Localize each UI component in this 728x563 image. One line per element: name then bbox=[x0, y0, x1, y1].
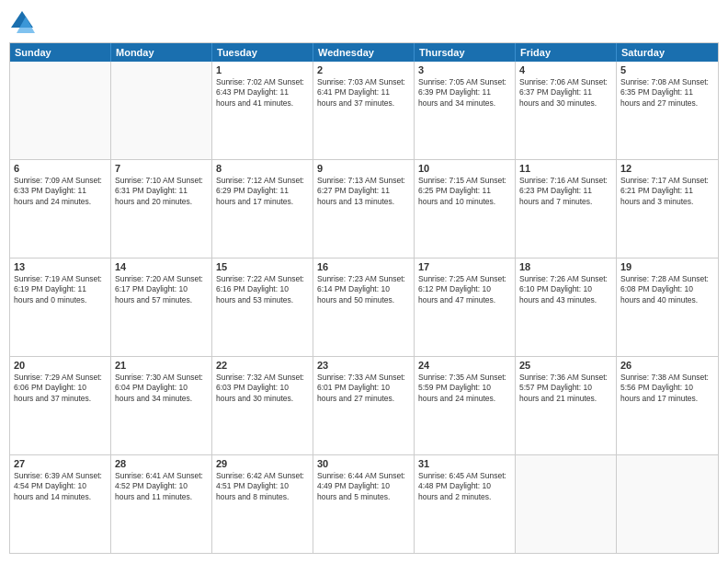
cell-info: Sunrise: 7:12 AM Sunset: 6:29 PM Dayligh… bbox=[216, 176, 309, 207]
header bbox=[9, 9, 719, 35]
calendar-row-5: 27Sunrise: 6:39 AM Sunset: 4:54 PM Dayli… bbox=[10, 455, 718, 553]
calendar-cell: 16Sunrise: 7:23 AM Sunset: 6:14 PM Dayli… bbox=[313, 259, 415, 356]
cell-info: Sunrise: 7:20 AM Sunset: 6:17 PM Dayligh… bbox=[115, 274, 208, 305]
calendar-cell bbox=[516, 455, 617, 553]
cell-info: Sunrise: 6:39 AM Sunset: 4:54 PM Dayligh… bbox=[14, 471, 107, 502]
cell-info: Sunrise: 7:23 AM Sunset: 6:14 PM Dayligh… bbox=[317, 274, 410, 305]
day-number: 13 bbox=[14, 261, 107, 272]
calendar-cell: 19Sunrise: 7:28 AM Sunset: 6:08 PM Dayli… bbox=[617, 259, 718, 356]
calendar-cell: 31Sunrise: 6:45 AM Sunset: 4:48 PM Dayli… bbox=[415, 455, 516, 553]
day-number: 24 bbox=[418, 360, 511, 371]
day-number: 12 bbox=[620, 163, 714, 174]
day-number: 23 bbox=[317, 360, 410, 371]
cell-info: Sunrise: 7:26 AM Sunset: 6:10 PM Dayligh… bbox=[519, 274, 612, 305]
day-number: 15 bbox=[216, 261, 309, 272]
calendar-row-3: 13Sunrise: 7:19 AM Sunset: 6:19 PM Dayli… bbox=[10, 259, 718, 357]
weekday-header-saturday: Saturday bbox=[617, 43, 718, 62]
calendar-cell: 6Sunrise: 7:09 AM Sunset: 6:33 PM Daylig… bbox=[10, 160, 111, 258]
day-number: 27 bbox=[14, 458, 107, 469]
cell-info: Sunrise: 7:32 AM Sunset: 6:03 PM Dayligh… bbox=[216, 373, 309, 404]
calendar-cell: 10Sunrise: 7:15 AM Sunset: 6:25 PM Dayli… bbox=[415, 160, 516, 258]
cell-info: Sunrise: 6:42 AM Sunset: 4:51 PM Dayligh… bbox=[216, 471, 309, 502]
cell-info: Sunrise: 7:17 AM Sunset: 6:21 PM Dayligh… bbox=[620, 176, 714, 207]
calendar-cell: 11Sunrise: 7:16 AM Sunset: 6:23 PM Dayli… bbox=[516, 160, 617, 258]
day-number: 2 bbox=[317, 64, 410, 75]
calendar-cell: 15Sunrise: 7:22 AM Sunset: 6:16 PM Dayli… bbox=[212, 259, 313, 356]
calendar: SundayMondayTuesdayWednesdayThursdayFrid… bbox=[9, 42, 719, 554]
calendar-cell: 14Sunrise: 7:20 AM Sunset: 6:17 PM Dayli… bbox=[111, 259, 212, 356]
day-number: 25 bbox=[519, 360, 612, 371]
calendar-cell: 22Sunrise: 7:32 AM Sunset: 6:03 PM Dayli… bbox=[212, 357, 313, 454]
calendar-cell: 28Sunrise: 6:41 AM Sunset: 4:52 PM Dayli… bbox=[111, 455, 212, 553]
cell-info: Sunrise: 7:08 AM Sunset: 6:35 PM Dayligh… bbox=[620, 77, 714, 109]
calendar-cell bbox=[617, 455, 718, 553]
cell-info: Sunrise: 7:22 AM Sunset: 6:16 PM Dayligh… bbox=[216, 274, 309, 305]
weekday-header-monday: Monday bbox=[111, 43, 212, 62]
calendar-cell: 25Sunrise: 7:36 AM Sunset: 5:57 PM Dayli… bbox=[516, 357, 617, 454]
day-number: 28 bbox=[115, 458, 208, 469]
calendar-row-2: 6Sunrise: 7:09 AM Sunset: 6:33 PM Daylig… bbox=[10, 160, 718, 259]
cell-info: Sunrise: 7:15 AM Sunset: 6:25 PM Dayligh… bbox=[418, 176, 511, 207]
cell-info: Sunrise: 6:41 AM Sunset: 4:52 PM Dayligh… bbox=[115, 471, 208, 502]
cell-info: Sunrise: 6:45 AM Sunset: 4:48 PM Dayligh… bbox=[418, 471, 511, 502]
day-number: 22 bbox=[216, 360, 309, 371]
day-number: 16 bbox=[317, 261, 410, 272]
calendar-cell bbox=[10, 62, 111, 159]
cell-info: Sunrise: 7:03 AM Sunset: 6:41 PM Dayligh… bbox=[317, 77, 410, 109]
day-number: 4 bbox=[519, 64, 612, 75]
calendar-cell: 9Sunrise: 7:13 AM Sunset: 6:27 PM Daylig… bbox=[313, 160, 415, 258]
calendar-cell: 30Sunrise: 6:44 AM Sunset: 4:49 PM Dayli… bbox=[313, 455, 415, 553]
day-number: 1 bbox=[216, 64, 309, 75]
calendar-cell: 29Sunrise: 6:42 AM Sunset: 4:51 PM Dayli… bbox=[212, 455, 313, 553]
day-number: 19 bbox=[620, 261, 714, 272]
day-number: 29 bbox=[216, 458, 309, 469]
calendar-cell: 13Sunrise: 7:19 AM Sunset: 6:19 PM Dayli… bbox=[10, 259, 111, 356]
calendar-cell bbox=[111, 62, 212, 159]
cell-info: Sunrise: 7:25 AM Sunset: 6:12 PM Dayligh… bbox=[418, 274, 511, 305]
cell-info: Sunrise: 7:02 AM Sunset: 6:43 PM Dayligh… bbox=[216, 77, 309, 109]
day-number: 3 bbox=[418, 64, 511, 75]
cell-info: Sunrise: 7:19 AM Sunset: 6:19 PM Dayligh… bbox=[14, 274, 107, 305]
calendar-cell: 7Sunrise: 7:10 AM Sunset: 6:31 PM Daylig… bbox=[111, 160, 212, 258]
weekday-header-sunday: Sunday bbox=[10, 43, 111, 62]
weekday-header-friday: Friday bbox=[516, 43, 617, 62]
day-number: 26 bbox=[620, 360, 714, 371]
day-number: 10 bbox=[418, 163, 511, 174]
weekday-header-thursday: Thursday bbox=[415, 43, 516, 62]
calendar-page: SundayMondayTuesdayWednesdayThursdayFrid… bbox=[0, 0, 728, 563]
calendar-row-1: 1Sunrise: 7:02 AM Sunset: 6:43 PM Daylig… bbox=[10, 62, 718, 160]
day-number: 9 bbox=[317, 163, 410, 174]
calendar-cell: 5Sunrise: 7:08 AM Sunset: 6:35 PM Daylig… bbox=[617, 62, 718, 159]
cell-info: Sunrise: 7:29 AM Sunset: 6:06 PM Dayligh… bbox=[14, 373, 107, 404]
cell-info: Sunrise: 7:33 AM Sunset: 6:01 PM Dayligh… bbox=[317, 373, 410, 404]
logo bbox=[9, 9, 39, 35]
calendar-row-4: 20Sunrise: 7:29 AM Sunset: 6:06 PM Dayli… bbox=[10, 357, 718, 455]
cell-info: Sunrise: 6:44 AM Sunset: 4:49 PM Dayligh… bbox=[317, 471, 410, 502]
calendar-cell: 18Sunrise: 7:26 AM Sunset: 6:10 PM Dayli… bbox=[516, 259, 617, 356]
weekday-header-wednesday: Wednesday bbox=[313, 43, 415, 62]
day-number: 6 bbox=[14, 163, 107, 174]
cell-info: Sunrise: 7:30 AM Sunset: 6:04 PM Dayligh… bbox=[115, 373, 208, 404]
day-number: 31 bbox=[418, 458, 511, 469]
calendar-cell: 20Sunrise: 7:29 AM Sunset: 6:06 PM Dayli… bbox=[10, 357, 111, 454]
cell-info: Sunrise: 7:16 AM Sunset: 6:23 PM Dayligh… bbox=[519, 176, 612, 207]
day-number: 5 bbox=[620, 64, 714, 75]
calendar-cell: 12Sunrise: 7:17 AM Sunset: 6:21 PM Dayli… bbox=[617, 160, 718, 258]
calendar-cell: 23Sunrise: 7:33 AM Sunset: 6:01 PM Dayli… bbox=[313, 357, 415, 454]
day-number: 7 bbox=[115, 163, 208, 174]
cell-info: Sunrise: 7:28 AM Sunset: 6:08 PM Dayligh… bbox=[620, 274, 714, 305]
calendar-cell: 1Sunrise: 7:02 AM Sunset: 6:43 PM Daylig… bbox=[212, 62, 313, 159]
calendar-cell: 3Sunrise: 7:05 AM Sunset: 6:39 PM Daylig… bbox=[415, 62, 516, 159]
day-number: 8 bbox=[216, 163, 309, 174]
weekday-header-tuesday: Tuesday bbox=[212, 43, 313, 62]
calendar-body: 1Sunrise: 7:02 AM Sunset: 6:43 PM Daylig… bbox=[10, 62, 718, 553]
logo-icon bbox=[9, 9, 35, 35]
calendar-cell: 17Sunrise: 7:25 AM Sunset: 6:12 PM Dayli… bbox=[415, 259, 516, 356]
cell-info: Sunrise: 7:38 AM Sunset: 5:56 PM Dayligh… bbox=[620, 373, 714, 404]
cell-info: Sunrise: 7:36 AM Sunset: 5:57 PM Dayligh… bbox=[519, 373, 612, 404]
calendar-cell: 8Sunrise: 7:12 AM Sunset: 6:29 PM Daylig… bbox=[212, 160, 313, 258]
day-number: 18 bbox=[519, 261, 612, 272]
day-number: 21 bbox=[115, 360, 208, 371]
day-number: 30 bbox=[317, 458, 410, 469]
calendar-cell: 2Sunrise: 7:03 AM Sunset: 6:41 PM Daylig… bbox=[313, 62, 415, 159]
